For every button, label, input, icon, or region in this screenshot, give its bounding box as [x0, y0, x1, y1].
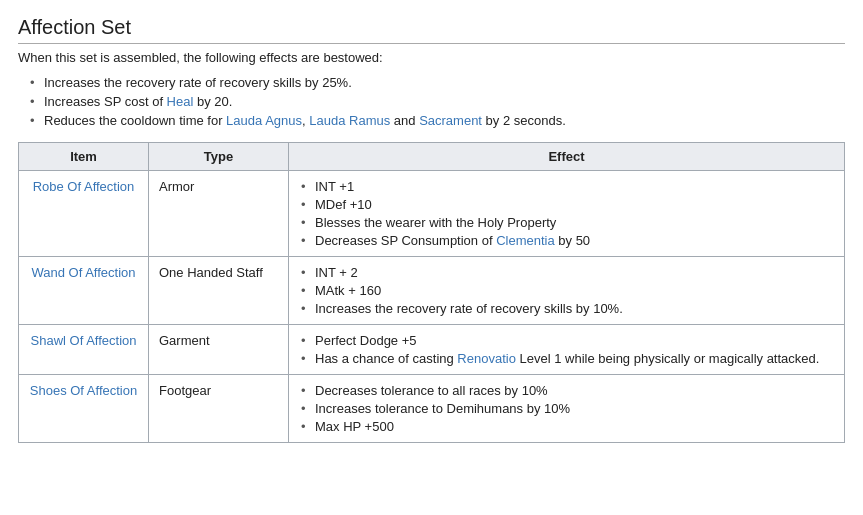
item-name-wand: Wand Of Affection [19, 257, 149, 325]
heal-link[interactable]: Heal [167, 94, 194, 109]
col-header-item: Item [19, 143, 149, 171]
clementia-link[interactable]: Clementia [496, 233, 555, 248]
item-name-shoes: Shoes Of Affection [19, 375, 149, 443]
table-row: Shawl Of Affection Garment Perfect Dodge… [19, 325, 845, 375]
sacrament-link[interactable]: Sacrament [419, 113, 482, 128]
wand-link[interactable]: Wand Of Affection [31, 265, 135, 280]
item-name-shawl: Shawl Of Affection [19, 325, 149, 375]
page-title: Affection Set [18, 16, 845, 44]
list-item: Has a chance of casting Renovatio Level … [299, 351, 834, 366]
item-effects-shoes: Decreases tolerance to all races by 10% … [289, 375, 845, 443]
lauda-ramus-link[interactable]: Lauda Ramus [309, 113, 390, 128]
col-header-effect: Effect [289, 143, 845, 171]
list-item: Decreases SP Consumption of Clementia by… [299, 233, 834, 248]
table-row: Shoes Of Affection Footgear Decreases to… [19, 375, 845, 443]
set-effect-1: Increases the recovery rate of recovery … [28, 75, 845, 90]
item-effects-shawl: Perfect Dodge +5 Has a chance of casting… [289, 325, 845, 375]
item-effects-robe: INT +1 MDef +10 Blesses the wearer with … [289, 171, 845, 257]
item-type-wand: One Handed Staff [149, 257, 289, 325]
list-item: MAtk + 160 [299, 283, 834, 298]
set-effect-2: Increases SP cost of Heal by 20. [28, 94, 845, 109]
col-header-type: Type [149, 143, 289, 171]
item-type-shoes: Footgear [149, 375, 289, 443]
list-item: MDef +10 [299, 197, 834, 212]
intro-text: When this set is assembled, the followin… [18, 50, 845, 65]
lauda-agnus-link[interactable]: Lauda Agnus [226, 113, 302, 128]
list-item: Decreases tolerance to all races by 10% [299, 383, 834, 398]
item-type-robe: Armor [149, 171, 289, 257]
table-header-row: Item Type Effect [19, 143, 845, 171]
list-item: Blesses the wearer with the Holy Propert… [299, 215, 834, 230]
table-row: Wand Of Affection One Handed Staff INT +… [19, 257, 845, 325]
robe-link[interactable]: Robe Of Affection [33, 179, 135, 194]
list-item: Increases the recovery rate of recovery … [299, 301, 834, 316]
renovatio-link[interactable]: Renovatio [457, 351, 516, 366]
list-item: INT + 2 [299, 265, 834, 280]
set-effect-3: Reduces the cooldown time for Lauda Agnu… [28, 113, 845, 128]
item-name-robe: Robe Of Affection [19, 171, 149, 257]
list-item: INT +1 [299, 179, 834, 194]
shoes-link[interactable]: Shoes Of Affection [30, 383, 137, 398]
item-type-shawl: Garment [149, 325, 289, 375]
items-table: Item Type Effect Robe Of Affection Armor… [18, 142, 845, 443]
set-effects-list: Increases the recovery rate of recovery … [18, 75, 845, 128]
item-effects-wand: INT + 2 MAtk + 160 Increases the recover… [289, 257, 845, 325]
list-item: Increases tolerance to Demihumans by 10% [299, 401, 834, 416]
list-item: Max HP +500 [299, 419, 834, 434]
table-row: Robe Of Affection Armor INT +1 MDef +10 … [19, 171, 845, 257]
shawl-link[interactable]: Shawl Of Affection [31, 333, 137, 348]
list-item: Perfect Dodge +5 [299, 333, 834, 348]
